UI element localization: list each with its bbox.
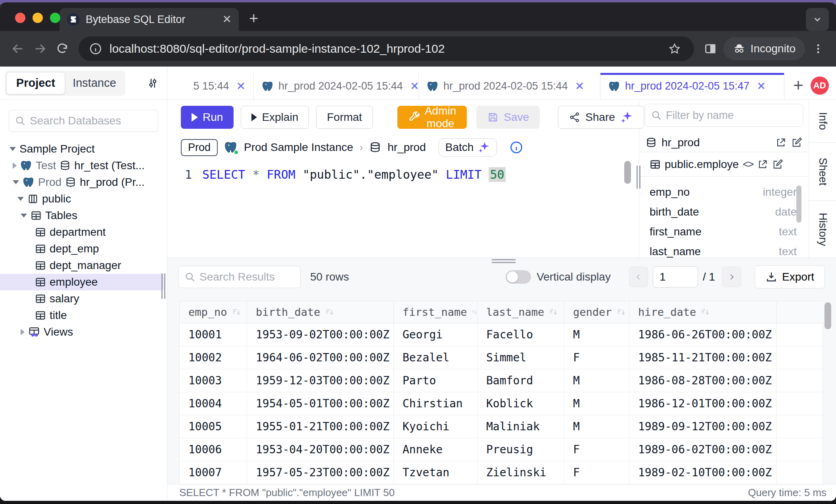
ai-sparkle-icon[interactable] bbox=[620, 111, 633, 124]
table-cell[interactable]: 10007 bbox=[180, 461, 247, 484]
edit-icon[interactable] bbox=[791, 137, 802, 148]
table-cell[interactable]: F bbox=[564, 461, 629, 484]
caret-down-icon[interactable] bbox=[13, 180, 19, 184]
tab-info[interactable]: Info bbox=[809, 100, 836, 143]
query-tab-active[interactable]: hr_prod 2024-02-05 15:47 ✕ bbox=[600, 73, 784, 99]
tab-history[interactable]: History bbox=[809, 201, 836, 258]
table-cell[interactable]: F bbox=[564, 438, 629, 461]
next-page-button[interactable] bbox=[722, 267, 741, 287]
table-cell[interactable]: M bbox=[564, 392, 629, 415]
vertical-display-toggle[interactable] bbox=[506, 270, 531, 284]
results-resize-handle[interactable] bbox=[492, 259, 516, 264]
table-cell[interactable]: 10003 bbox=[180, 369, 247, 392]
reload-icon[interactable] bbox=[53, 40, 71, 58]
results-search-input[interactable] bbox=[199, 271, 295, 283]
sql-editor[interactable]: 1 SELECT * FROM "public"."employee" LIMI… bbox=[167, 160, 639, 258]
caret-down-icon[interactable] bbox=[21, 214, 27, 218]
table-cell[interactable]: 1959-12-03T00:00:00Z bbox=[247, 369, 394, 392]
table-cell[interactable]: 1986-12-01T00:00:00Z bbox=[629, 392, 777, 415]
tree-item-table[interactable]: dept_emp bbox=[0, 241, 167, 257]
tab-project[interactable]: Project bbox=[6, 72, 65, 94]
table-cell[interactable]: Bamford bbox=[477, 369, 564, 392]
table-cell[interactable]: Zielinski bbox=[477, 461, 564, 484]
table-cell[interactable]: 1989-02-10T00:00:00Z bbox=[629, 461, 777, 484]
column-header[interactable]: emp_no bbox=[180, 301, 247, 323]
table-cell[interactable]: Georgi bbox=[394, 323, 477, 346]
table-cell[interactable]: 1986-08-28T00:00:00Z bbox=[629, 369, 777, 392]
external-link-icon[interactable] bbox=[757, 159, 768, 170]
site-info-icon[interactable] bbox=[89, 40, 102, 58]
table-cell[interactable]: Maliniak bbox=[477, 415, 564, 438]
caret-down-icon[interactable] bbox=[17, 197, 24, 201]
schema-filter-input[interactable] bbox=[666, 109, 797, 122]
share-button[interactable]: Share bbox=[558, 106, 644, 129]
external-link-icon[interactable] bbox=[775, 137, 786, 148]
editor-scrollbar[interactable] bbox=[624, 161, 631, 184]
browser-menu-icon[interactable] bbox=[809, 40, 827, 58]
table-cell[interactable]: 1985-11-21T00:00:00Z bbox=[629, 346, 777, 369]
tree-item-prod-db[interactable]: Prod hr_prod (Pr... bbox=[0, 174, 167, 191]
table-cell[interactable]: 1964-06-02T00:00:00Z bbox=[247, 346, 394, 369]
table-cell[interactable]: Bezalel bbox=[394, 346, 477, 369]
panel-table-row[interactable]: public.employe <> bbox=[639, 152, 809, 177]
tree-item-schema-public[interactable]: public bbox=[0, 191, 167, 207]
save-button[interactable]: Save bbox=[476, 106, 540, 129]
forward-icon[interactable] bbox=[31, 40, 49, 58]
results-scrollbar[interactable] bbox=[824, 302, 831, 329]
table-cell[interactable]: M bbox=[564, 323, 629, 346]
table-cell[interactable]: Preusig bbox=[477, 438, 564, 461]
query-tab[interactable]: 5 15:44 ✕ bbox=[167, 73, 254, 99]
column-header[interactable]: hire_date bbox=[629, 301, 777, 323]
table-cell[interactable]: 1954-05-01T00:00:00Z bbox=[247, 392, 394, 415]
table-cell[interactable]: 1953-04-20T00:00:00Z bbox=[247, 438, 394, 461]
view-code-icon[interactable]: <> bbox=[743, 158, 753, 170]
prev-page-button[interactable] bbox=[629, 267, 648, 287]
export-button[interactable]: Export bbox=[755, 265, 825, 288]
table-cell[interactable]: 1989-09-12T00:00:00Z bbox=[629, 415, 777, 438]
caret-right-icon[interactable] bbox=[21, 329, 25, 335]
tree-item-test-db[interactable]: Test hr_test (Test... bbox=[0, 157, 167, 174]
tree-settings-icon[interactable] bbox=[146, 77, 159, 90]
table-cell[interactable]: F bbox=[564, 346, 629, 369]
run-button[interactable]: Run bbox=[181, 106, 234, 129]
table-cell[interactable]: Kyoichi bbox=[394, 415, 477, 438]
table-cell[interactable]: Facello bbox=[477, 323, 564, 346]
panel-scrollbar[interactable] bbox=[796, 185, 801, 223]
column-row[interactable]: first_nametext bbox=[650, 222, 797, 242]
table-cell[interactable]: 10005 bbox=[180, 415, 247, 438]
table-cell[interactable]: Chirstian bbox=[394, 392, 477, 415]
avatar[interactable]: AD bbox=[811, 76, 829, 95]
table-cell[interactable]: 10002 bbox=[180, 346, 247, 369]
database-name[interactable]: hr_prod bbox=[387, 141, 426, 154]
close-tab-icon[interactable]: ✕ bbox=[236, 80, 245, 93]
edit-icon[interactable] bbox=[772, 159, 783, 170]
side-panel-icon[interactable] bbox=[701, 40, 719, 58]
instance-name[interactable]: Prod Sample Instance bbox=[244, 141, 353, 154]
database-search[interactable] bbox=[9, 110, 158, 132]
table-cell[interactable]: M bbox=[564, 415, 629, 438]
explain-button[interactable]: Explain bbox=[241, 106, 309, 129]
table-cell[interactable]: Simmel bbox=[477, 346, 564, 369]
address-bar[interactable]: localhost:8080/sql-editor/prod-sample-in… bbox=[79, 36, 694, 61]
table-cell[interactable]: 1957-05-23T00:00:00Z bbox=[247, 461, 394, 484]
column-header[interactable]: last_name bbox=[477, 301, 564, 323]
caret-right-icon[interactable] bbox=[13, 162, 17, 169]
close-tab-icon[interactable]: ✕ bbox=[757, 80, 766, 93]
tab-instance[interactable]: Instance bbox=[65, 72, 124, 94]
table-cell[interactable]: Anneke bbox=[394, 438, 477, 461]
table-cell[interactable]: 1953-09-02T00:00:00Z bbox=[247, 323, 394, 346]
close-tab-icon[interactable]: ✕ bbox=[575, 80, 584, 93]
query-tab[interactable]: hr_prod 2024-02-05 15:44 ✕ bbox=[254, 73, 419, 99]
table-cell[interactable]: 1986-06-26T00:00:00Z bbox=[629, 323, 777, 346]
back-icon[interactable] bbox=[9, 40, 27, 58]
close-tab-icon[interactable]: ✕ bbox=[222, 14, 232, 25]
table-cell[interactable]: 10001 bbox=[180, 323, 247, 346]
new-query-tab-button[interactable]: + bbox=[793, 76, 803, 94]
table-cell[interactable]: Tzvetan bbox=[394, 461, 477, 484]
new-browser-tab-button[interactable]: + bbox=[249, 10, 258, 26]
tree-item-tables-group[interactable]: Tables bbox=[0, 207, 167, 224]
table-cell[interactable]: 10004 bbox=[180, 392, 247, 415]
minimize-window-button[interactable] bbox=[33, 13, 43, 23]
panel-database-row[interactable]: hr_prod bbox=[639, 133, 809, 152]
column-header[interactable]: first_name bbox=[394, 301, 477, 323]
